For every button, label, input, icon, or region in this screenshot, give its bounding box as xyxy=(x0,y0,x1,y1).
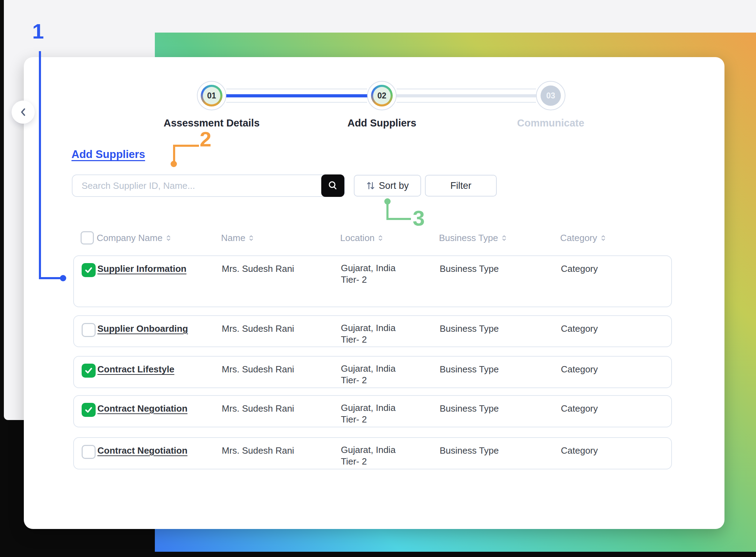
location-cell: Gujarat, India Tier- 2 xyxy=(341,363,440,386)
location-line2: Tier- 2 xyxy=(341,374,440,386)
check-icon xyxy=(84,405,93,414)
location-line1: Gujarat, India xyxy=(341,444,440,456)
row-checkbox[interactable] xyxy=(82,364,96,378)
row-checkbox[interactable] xyxy=(82,323,96,337)
category-cell: Category xyxy=(561,322,671,335)
location-line1: Gujarat, India xyxy=(341,363,440,374)
location-line1: Gujarat, India xyxy=(341,262,440,274)
chevron-left-icon xyxy=(18,106,28,118)
company-link[interactable]: Supplier Information xyxy=(97,262,222,275)
check-icon xyxy=(84,266,93,275)
location-cell: Gujarat, India Tier- 2 xyxy=(341,262,440,286)
check-icon xyxy=(84,366,93,375)
table-row[interactable]: Supplier Onboarding Mrs. Sudesh Rani Guj… xyxy=(73,315,672,347)
annotation-1-dot xyxy=(60,275,66,281)
main-card: 01 02 03 Assessment Details Add Supplier… xyxy=(24,57,724,529)
row-checkbox[interactable] xyxy=(82,445,96,459)
table-body: Supplier Information Mrs. Sudesh Rani Gu… xyxy=(73,57,672,529)
contact-name: Mrs. Sudesh Rani xyxy=(222,402,341,415)
location-line2: Tier- 2 xyxy=(341,274,440,286)
location-line2: Tier- 2 xyxy=(341,456,440,467)
contact-name: Mrs. Sudesh Rani xyxy=(222,322,341,335)
table-row[interactable]: Contract Negotiation Mrs. Sudesh Rani Gu… xyxy=(73,395,672,427)
company-link[interactable]: Contract Lifestyle xyxy=(97,363,222,376)
annotation-3-number: 3 xyxy=(413,207,425,229)
annotation-1-line xyxy=(39,51,41,279)
category-cell: Category xyxy=(561,402,671,415)
annotation-3-line xyxy=(386,218,411,220)
row-checkbox[interactable] xyxy=(82,263,96,277)
location-line1: Gujarat, India xyxy=(341,322,440,334)
business-type-cell: Business Type xyxy=(440,402,561,415)
contact-name: Mrs. Sudesh Rani xyxy=(222,363,341,376)
annotation-1-number: 1 xyxy=(32,21,44,42)
table-row[interactable]: Contract Negotiation Mrs. Sudesh Rani Gu… xyxy=(73,437,672,469)
annotation-2-dot xyxy=(171,161,177,167)
company-link[interactable]: Supplier Onboarding xyxy=(97,322,222,335)
table-row[interactable]: Supplier Information Mrs. Sudesh Rani Gu… xyxy=(73,255,672,307)
location-cell: Gujarat, India Tier- 2 xyxy=(341,322,440,345)
contact-name: Mrs. Sudesh Rani xyxy=(222,262,341,275)
category-cell: Category xyxy=(561,444,671,457)
business-type-cell: Business Type xyxy=(440,322,561,335)
back-button[interactable] xyxy=(12,101,35,124)
location-line1: Gujarat, India xyxy=(341,402,440,414)
company-link[interactable]: Contract Negotiation xyxy=(97,444,222,457)
search-button[interactable] xyxy=(321,174,344,197)
business-type-cell: Business Type xyxy=(440,363,561,376)
annotation-1-line xyxy=(39,277,62,279)
search-icon xyxy=(327,180,338,191)
location-line2: Tier- 2 xyxy=(341,414,440,425)
business-type-cell: Business Type xyxy=(440,444,561,457)
location-line2: Tier- 2 xyxy=(341,334,440,345)
location-cell: Gujarat, India Tier- 2 xyxy=(341,444,440,467)
location-cell: Gujarat, India Tier- 2 xyxy=(341,402,440,425)
annotation-2-line xyxy=(173,145,175,162)
table-row[interactable]: Contract Lifestyle Mrs. Sudesh Rani Guja… xyxy=(73,356,672,388)
business-type-cell: Business Type xyxy=(440,262,561,275)
category-cell: Category xyxy=(561,363,671,376)
category-cell: Category xyxy=(561,262,671,275)
annotation-2-line xyxy=(173,145,199,147)
annotation-2-number: 2 xyxy=(200,129,211,150)
company-link[interactable]: Contract Negotiation xyxy=(97,402,222,415)
contact-name: Mrs. Sudesh Rani xyxy=(222,444,341,457)
row-checkbox[interactable] xyxy=(82,403,96,417)
